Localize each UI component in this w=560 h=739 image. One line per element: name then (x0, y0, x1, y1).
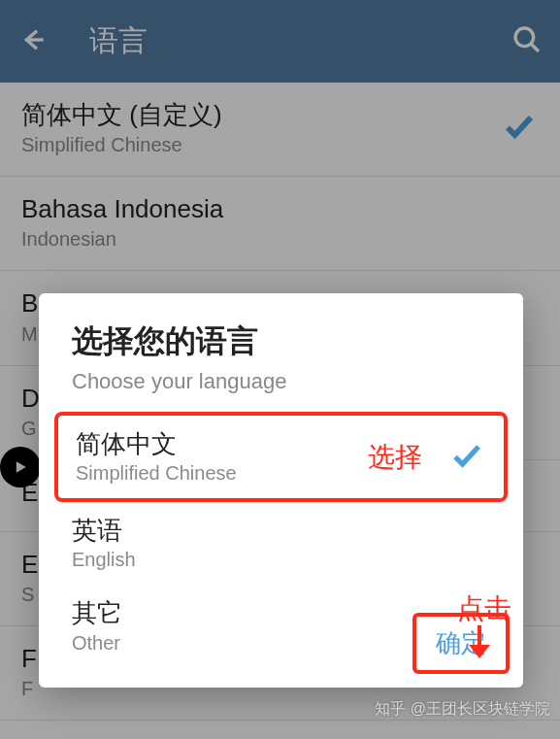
list-item[interactable]: Bahasa Indonesia Indonesian (0, 177, 560, 271)
option-sub: Simplified Chinese (76, 462, 368, 485)
language-name: 简体中文 (自定义) (21, 100, 500, 130)
annotation-select: 选择 (368, 439, 422, 476)
language-sub: Simplified Chinese (21, 134, 500, 156)
svg-point-0 (515, 28, 534, 47)
check-icon (447, 438, 486, 477)
annotation-click: 点击 (457, 590, 511, 627)
option-name: 英语 (72, 516, 490, 546)
language-name: Bahasa Indonesia (21, 194, 539, 224)
watermark: 知乎 @王团长区块链学院 (375, 699, 550, 720)
language-dialog: 选择您的语言 Choose your language 简体中文 Simplif… (39, 293, 523, 688)
back-icon[interactable] (17, 24, 49, 59)
check-icon (500, 109, 539, 148)
list-item[interactable]: It Italian (0, 721, 560, 739)
option-name: 简体中文 (76, 429, 368, 459)
option-sub: English (72, 549, 490, 571)
dialog-option-selected[interactable]: 简体中文 Simplified Chinese 选择 (54, 412, 508, 502)
language-sub: Indonesian (21, 228, 539, 251)
search-icon[interactable] (511, 24, 543, 59)
play-icon[interactable] (0, 447, 41, 487)
app-header: 语言 (0, 0, 560, 83)
list-item[interactable]: 简体中文 (自定义) Simplified Chinese (0, 83, 560, 177)
arrow-icon (463, 623, 496, 666)
dialog-title: 选择您的语言 (72, 320, 490, 363)
dialog-subtitle: Choose your language (72, 369, 490, 394)
page-title: 语言 (89, 21, 511, 61)
dialog-option[interactable]: 英语 English (39, 502, 523, 585)
